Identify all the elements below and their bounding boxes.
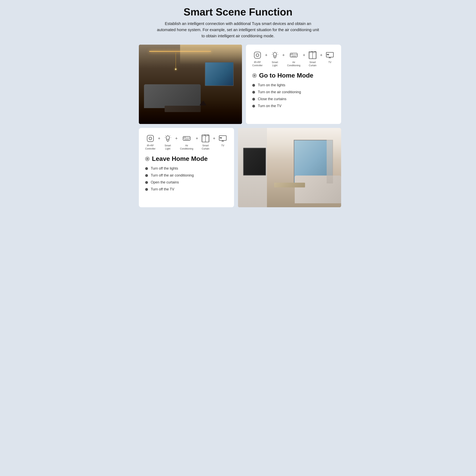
go-home-card: IR+RFController +: [246, 45, 341, 124]
svg-text:TV: TV: [327, 54, 329, 55]
bright-coffee-table: [274, 183, 305, 187]
ac-icon-1: [289, 50, 299, 60]
leave-home-list: Turn off the lights Turn off the air con…: [145, 166, 228, 191]
svg-point-2: [273, 52, 277, 56]
go-home-item-2-text: Turn on the air conditioning: [258, 90, 301, 94]
svg-line-29: [170, 136, 170, 136]
smart-light-icon-1: [270, 50, 280, 60]
leave-home-item-1: Turn off the lights: [145, 166, 228, 170]
device-tv-1: TV TV: [325, 50, 335, 64]
device-tv-2: TV TV: [218, 134, 228, 147]
cat-silhouette: [199, 100, 207, 106]
ac-label-1: AirConditioning: [287, 61, 301, 67]
go-home-device-icons: IR+RFController +: [252, 50, 335, 67]
bright-sofa: [295, 175, 341, 203]
smart-light-icon-2: [163, 134, 173, 143]
leave-home-mode-dot: [145, 157, 150, 161]
light-bulb: [175, 68, 176, 70]
curtain-label-2: SmartCurtain: [202, 144, 209, 150]
plus-5: +: [158, 136, 160, 141]
bright-room-bg: [238, 128, 341, 207]
leave-home-item-3: Open the curtains: [145, 180, 228, 185]
svg-point-24: [166, 136, 170, 139]
header: Smart Scene Function Establish an intell…: [139, 6, 337, 39]
ac-svg-2: [182, 134, 191, 143]
go-home-mode-dot: [252, 73, 257, 78]
svg-point-23: [149, 137, 152, 140]
ac-label-2: AirConditioning: [180, 144, 193, 150]
page-wrapper: Smart Scene Function Establish an intell…: [131, 0, 345, 215]
smart-light-label-2: SmartLight: [165, 144, 171, 150]
plus-6: +: [175, 136, 178, 141]
bottom-section: IR+RFController +: [139, 128, 337, 207]
go-home-list: Turn on the lights Turn on the air condi…: [252, 83, 335, 108]
tv-screen-dark: [205, 62, 234, 86]
go-home-item-4: Turn on the TV: [252, 104, 335, 108]
leave-home-device-icons: IR+RFController +: [145, 134, 228, 150]
dark-room-sofa: [144, 84, 201, 108]
go-home-title-row: Go to Home Mode: [252, 72, 335, 79]
smart-light-svg-2: [163, 134, 172, 143]
leave-bullet-3: [145, 181, 148, 184]
svg-point-1: [256, 54, 259, 56]
curtain-label-1: SmartCurtain: [309, 61, 317, 67]
go-home-item-1-text: Turn on the lights: [258, 83, 285, 87]
leave-home-item-2: Turn off the air conditioning: [145, 173, 228, 177]
device-ac-2: AirConditioning: [180, 134, 193, 150]
leave-home-item-1-text: Turn off the lights: [151, 166, 178, 170]
svg-rect-22: [147, 135, 153, 142]
accent-light: [180, 45, 242, 65]
plus-8: +: [213, 136, 215, 141]
svg-line-28: [165, 136, 166, 136]
curtain-svg-1: [308, 51, 317, 60]
top-section: IR+RFController +: [139, 45, 337, 124]
hanging-light: [175, 52, 176, 70]
plus-4: +: [320, 52, 323, 58]
bullet-3: [252, 98, 255, 101]
tv-icon-1: TV: [325, 50, 335, 60]
page-title: Smart Scene Function: [139, 6, 337, 18]
tv-svg-2: TV: [218, 134, 227, 143]
tv-label-2: TV: [221, 144, 224, 147]
svg-rect-0: [254, 52, 261, 58]
smart-light-svg-1: [271, 51, 279, 60]
coffee-table: [165, 106, 201, 112]
leave-home-card: IR+RFController +: [139, 128, 234, 207]
go-home-item-4-text: Turn on the TV: [258, 104, 281, 108]
bullet-4: [252, 105, 255, 107]
device-smart-light-2: SmartLight: [163, 134, 173, 150]
curtain-icon-2: [201, 134, 210, 143]
plus-7: +: [196, 136, 198, 141]
tv-icon-2: TV: [218, 134, 228, 143]
bullet-1: [252, 84, 255, 87]
go-home-title: Go to Home Mode: [259, 72, 313, 79]
light-wire: [175, 52, 176, 68]
device-ac-1: AirConditioning: [287, 50, 301, 67]
curtain-icon-1: [308, 50, 318, 60]
ir-rf-label: IR+RFController: [252, 61, 263, 67]
leave-bullet-1: [145, 167, 148, 170]
leave-home-item-2-text: Turn off the air conditioning: [151, 173, 194, 177]
ir-rf-icon-2: [145, 134, 155, 143]
ir-rf-label-2: IR+RFController: [145, 144, 155, 150]
tv-label-1: TV: [328, 61, 331, 64]
device-smart-light-1: SmartLight: [270, 50, 280, 67]
plus-3: +: [303, 52, 305, 58]
ac-icon-2: [182, 134, 192, 143]
go-home-item-1: Turn on the lights: [252, 83, 335, 87]
go-home-item-3-text: Close the curtains: [258, 97, 286, 101]
plus-1: +: [265, 52, 268, 58]
ac-svg-1: [289, 51, 298, 60]
ir-rf-svg: [253, 51, 262, 60]
svg-text:TV: TV: [220, 137, 222, 139]
go-home-item-3: Close the curtains: [252, 97, 335, 101]
leave-bullet-2: [145, 174, 148, 177]
curtain-right: [327, 140, 333, 184]
curtain-svg-2: [201, 134, 210, 143]
device-curtain-2: SmartCurtain: [201, 134, 210, 150]
device-curtain-1: SmartCurtain: [308, 50, 318, 67]
bright-room-tv: [243, 148, 266, 175]
ir-rf-icon: [253, 50, 262, 60]
smart-light-label-1: SmartLight: [272, 61, 278, 67]
dark-room-image: [139, 45, 242, 124]
